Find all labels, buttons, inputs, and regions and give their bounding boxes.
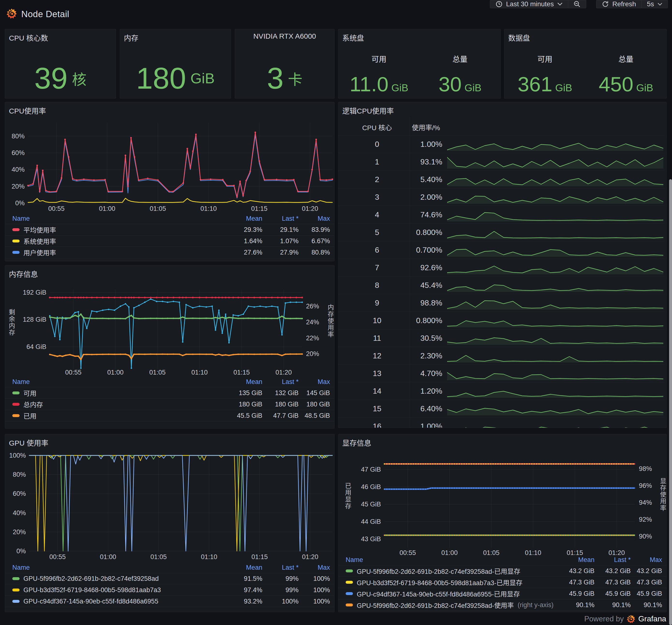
core-usage: 1.00% <box>394 140 442 149</box>
svg-text:01:05: 01:05 <box>150 553 167 560</box>
legend-row[interactable]: 已用45.5 GiB47.7 GiB48.5 GiB <box>5 410 334 421</box>
stat-label: 总量 <box>452 53 467 64</box>
series-label[interactable]: GPU-c94df367-145a-90eb-c55f-fd8d486a6955… <box>357 589 520 598</box>
legend-row[interactable]: GPU-c94df367-145a-90eb-c55f-fd8d486a6955… <box>5 596 334 607</box>
svg-text:60%: 60% <box>11 149 25 157</box>
refresh-interval-picker[interactable]: 5s <box>641 0 668 8</box>
series-label[interactable]: 用户使用率 <box>23 248 56 257</box>
grafana-brand-label[interactable]: Grafana <box>638 615 666 623</box>
series-label[interactable]: 已用 <box>23 411 37 420</box>
legend-row[interactable]: GPU-5f996fb2-2d62-691b-2b82-c74ef39258ad… <box>5 573 334 584</box>
legend-mean: 91.5% <box>226 575 262 582</box>
refresh-button[interactable]: Refresh <box>596 0 641 8</box>
series-label-suffix: (right y-axis) <box>518 601 554 609</box>
core-usage-sparkline[interactable] <box>447 295 663 311</box>
vram-chart[interactable]: 00:5501:0001:0501:1001:1501:2043 GiB44 G… <box>338 434 667 560</box>
cpu-usage-chart[interactable]: 00:5501:0001:0501:1001:1501:200%20%40%60… <box>5 102 334 214</box>
logic-cpu-table[interactable]: 01.00%193.1%25.40%32.00%474.6%50.800%60.… <box>338 135 667 428</box>
legend-row[interactable]: 可用135 GiB132 GiB145 GiB <box>5 387 334 399</box>
core-usage-sparkline[interactable] <box>447 313 663 328</box>
series-color-swatch <box>12 391 20 394</box>
core-usage-sparkline[interactable] <box>447 154 663 170</box>
series-color-swatch <box>12 577 20 580</box>
time-range-picker[interactable]: Last 30 minutes <box>490 0 568 8</box>
panel-title[interactable]: 系统盘 <box>342 32 364 43</box>
legend-last: 29.1% <box>262 226 298 234</box>
panel-gpu-usage: GPU 使用率 00:5501:0001:0501:1001:1501:200%… <box>5 434 335 612</box>
svg-text:20%: 20% <box>306 350 319 357</box>
series-label[interactable]: 平均使用率 <box>23 225 56 235</box>
legend-row[interactable]: 总内存180 GiB180 GiB180 GiB <box>5 399 334 410</box>
panel-title[interactable]: 内存信息 <box>9 268 38 279</box>
core-usage-sparkline[interactable] <box>447 278 663 293</box>
core-usage-sparkline[interactable] <box>447 207 663 222</box>
core-usage-sparkline[interactable] <box>447 418 663 428</box>
stat-value: 3 <box>267 61 284 95</box>
legend-row[interactable]: GPU-b3d3f52f-6719-8468-00b5-598d81aab7a3… <box>338 576 667 588</box>
time-range-label: Last 30 minutes <box>506 0 554 8</box>
cpu-core-row: 122.30% <box>338 347 665 364</box>
series-label[interactable]: 可用 <box>23 388 37 398</box>
series-label[interactable]: GPU-b3d3f52f-6719-8468-00b5-598d81aab7a3… <box>357 578 523 587</box>
core-usage-sparkline[interactable] <box>447 383 663 399</box>
series-label[interactable]: GPU-5f996fb2-2d62-691b-2b82-c74ef39258ad <box>23 575 159 582</box>
stat-unit: GiB <box>464 82 481 93</box>
panel-title[interactable]: 显存信息 <box>342 437 371 448</box>
svg-text:80%: 80% <box>11 133 25 140</box>
stat-unit: 核 <box>72 68 87 89</box>
core-usage-sparkline[interactable] <box>447 224 663 240</box>
cpu-core-row: 01.00% <box>338 135 665 153</box>
svg-text:92%: 92% <box>639 516 652 523</box>
series-label[interactable]: GPU-5f996fb2-2d62-691b-2b82-c74ef39258ad… <box>357 566 520 576</box>
refresh-interval-label: 5s <box>647 0 654 8</box>
core-usage-sparkline[interactable] <box>447 330 663 346</box>
core-usage-sparkline[interactable] <box>447 172 663 187</box>
column-header-core[interactable]: CPU 核心 <box>353 122 401 132</box>
svg-text:01:15: 01:15 <box>251 553 268 560</box>
page-scrollbar[interactable] <box>669 179 672 625</box>
legend-row[interactable]: GPU-5f996fb2-2d62-691b-2b82-c74ef39258ad… <box>338 599 667 610</box>
legend-row[interactable]: GPU-c94df367-145a-90eb-c55f-fd8d486a6955… <box>338 588 667 599</box>
series-label[interactable]: 系统使用率 <box>23 236 56 246</box>
panel-title[interactable]: 内存 <box>124 32 138 43</box>
gpu-usage-chart[interactable]: 00:5501:0001:0501:1001:1501:200%20%40%60… <box>5 434 334 563</box>
legend-row[interactable]: 平均使用率29.3%29.1%83.9% <box>5 224 334 235</box>
core-usage-sparkline[interactable] <box>447 260 663 275</box>
page-title: Node Detail <box>21 9 69 19</box>
core-usage-sparkline[interactable] <box>447 401 663 416</box>
refresh-label: Refresh <box>612 0 636 8</box>
panel-title[interactable]: CPU 核心数 <box>9 32 48 43</box>
series-label[interactable]: GPU-b3d3f52f-6719-8468-00b5-598d81aab7a3 <box>23 586 161 594</box>
column-header-usage[interactable]: 使用率/% <box>412 122 440 132</box>
legend-row[interactable]: GPU-b3d3f52f-6719-8468-00b5-598d81aab7a3… <box>5 584 334 596</box>
svg-text:100%: 100% <box>9 452 26 459</box>
panel-title[interactable]: NVIDIA RTX A6000 <box>235 32 334 40</box>
legend-row[interactable]: GPU-5f996fb2-2d62-691b-2b82-c74ef39258ad… <box>338 565 667 576</box>
core-usage-sparkline[interactable] <box>447 366 663 381</box>
panel-title[interactable]: GPU 使用率 <box>9 437 48 448</box>
series-label[interactable]: 总内存 <box>23 400 43 409</box>
memory-chart[interactable]: 00:5501:0001:0501:1001:1501:2064 GiB128 … <box>5 265 334 380</box>
core-usage-sparkline[interactable] <box>447 242 663 258</box>
grafana-logo-icon <box>6 8 17 19</box>
panel-title[interactable]: CPU使用率 <box>9 105 46 116</box>
svg-text:44 GiB: 44 GiB <box>361 518 381 525</box>
core-usage-sparkline[interactable] <box>447 137 663 152</box>
core-usage-sparkline[interactable] <box>447 348 663 363</box>
legend-row[interactable]: 系统使用率1.64%1.07%6.67% <box>5 235 334 246</box>
y-axis-title-left: 剩余内存 <box>7 309 16 336</box>
panel-title[interactable]: 逻辑CPU使用率 <box>342 105 394 116</box>
series-label[interactable]: GPU-c94df367-145a-90eb-c55f-fd8d486a6955 <box>23 598 158 605</box>
series-label[interactable]: GPU-5f996fb2-2d62-691b-2b82-c74ef39258ad… <box>357 600 514 610</box>
svg-text:01:00: 01:00 <box>99 205 116 212</box>
legend-mean: 45.9 GiB <box>558 590 595 598</box>
legend-max: 100% <box>298 575 330 582</box>
core-usage-sparkline[interactable] <box>447 189 663 205</box>
zoom-out-button[interactable] <box>568 0 586 8</box>
legend-mean: 29.3% <box>226 226 262 234</box>
legend-row[interactable]: 用户使用率27.6%27.9%80.8% <box>5 246 334 258</box>
legend-max: 48.5 GiB <box>298 412 330 419</box>
svg-text:94%: 94% <box>639 499 652 506</box>
panel-title[interactable]: 数据盘 <box>508 32 530 43</box>
legend-mean: 90.1% <box>558 601 595 609</box>
